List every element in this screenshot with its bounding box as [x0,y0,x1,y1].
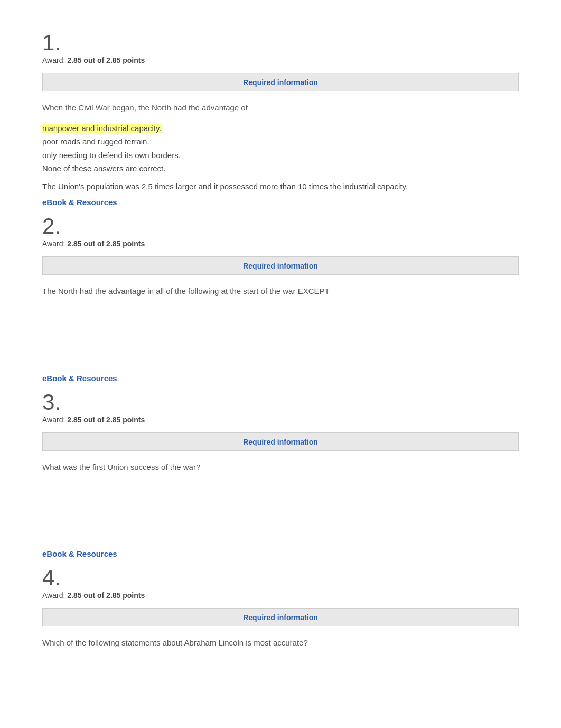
highlighted-answer-1-1: manpower and industrial capacity. [42,124,162,133]
award-label: Award: [42,591,65,600]
award-label: Award: [42,416,65,424]
question-text-1: When the Civil War began, the North had … [42,102,519,114]
answer-list-1: manpower and industrial capacity.poor ro… [42,122,519,176]
award-value: 2.85 out of 2.85 points [67,591,145,600]
award-label: Award: [42,239,65,248]
spacer-3 [42,481,519,544]
required-info-text-4: Required information [243,613,318,622]
question-block-3: 3.Award: 2.85 out of 2.85 pointsRequired… [42,391,519,567]
explanation-1: The Union's population was 2.5 times lar… [42,181,519,193]
award-line-2: Award: 2.85 out of 2.85 points [42,239,519,248]
question-text-3: What was the first Union success of the … [42,462,519,474]
question-block-2: 2.Award: 2.85 out of 2.85 pointsRequired… [42,215,519,391]
ebook-link-3[interactable]: eBook & Resources [42,549,117,558]
required-info-text-1: Required information [243,78,318,87]
answer-item-1-2: poor roads and rugged terrain. [42,135,519,149]
question-block-4: 4.Award: 2.85 out of 2.85 pointsRequired… [42,567,519,649]
question-number-4: 4. [42,567,519,589]
question-block-1: 1.Award: 2.85 out of 2.85 pointsRequired… [42,32,519,215]
question-number-2: 2. [42,215,519,237]
award-line-4: Award: 2.85 out of 2.85 points [42,591,519,600]
question-text-4: Which of the following statements about … [42,637,519,649]
spacer-2 [42,305,519,368]
question-number-3: 3. [42,391,519,413]
answer-item-1-3: only needing to defend its own borders. [42,149,519,162]
required-info-bar-3: Required information [42,432,519,451]
ebook-link-1[interactable]: eBook & Resources [42,198,117,207]
required-info-text-2: Required information [243,262,318,270]
required-info-bar-4: Required information [42,608,519,626]
award-label: Award: [42,56,65,64]
question-number-1: 1. [42,32,519,54]
award-line-1: Award: 2.85 out of 2.85 points [42,56,519,64]
award-line-3: Award: 2.85 out of 2.85 points [42,416,519,424]
answer-item-1-1: manpower and industrial capacity. [42,122,519,135]
award-value: 2.85 out of 2.85 points [67,416,145,424]
ebook-link-2[interactable]: eBook & Resources [42,374,117,383]
required-info-bar-1: Required information [42,73,519,91]
question-text-2: The North had the advantage in all of th… [42,285,519,298]
answer-item-1-4: None of these answers are correct. [42,162,519,176]
award-value: 2.85 out of 2.85 points [67,239,145,248]
award-value: 2.85 out of 2.85 points [67,56,145,64]
required-info-text-3: Required information [243,438,318,446]
required-info-bar-2: Required information [42,256,519,275]
